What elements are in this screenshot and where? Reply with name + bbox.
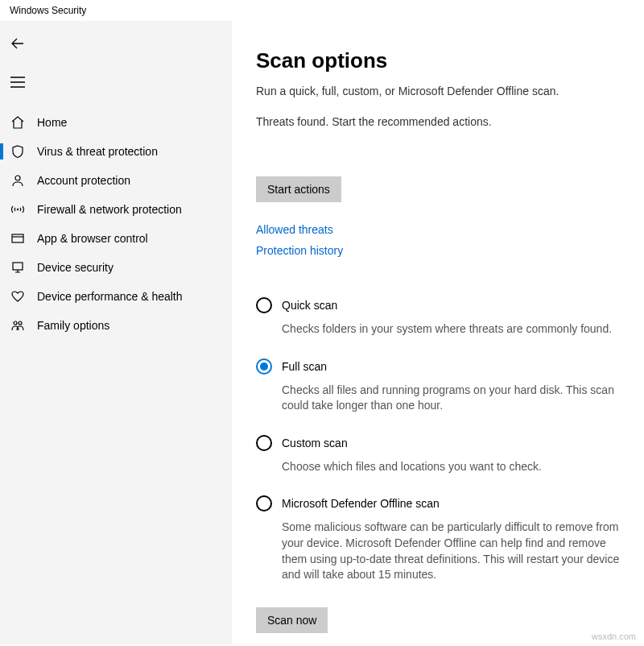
svg-point-1: [17, 209, 19, 210]
radio-label: Quick scan: [282, 299, 337, 312]
sidebar-item-label: Home: [37, 116, 67, 129]
radio-icon: [256, 495, 272, 511]
scan-options-group: Quick scan Checks folders in your system…: [256, 297, 628, 583]
home-icon: [10, 114, 26, 130]
sidebar-item-label: Device performance & health: [37, 290, 183, 303]
window-title: Windows Security: [10, 5, 86, 16]
radio-icon: [256, 435, 272, 451]
radio-description: Choose which files and locations you wan…: [282, 459, 628, 475]
page-subtitle: Run a quick, full, custom, or Microsoft …: [256, 85, 628, 97]
heart-icon: [10, 288, 26, 304]
radio-full-scan[interactable]: Full scan Checks all files and running p…: [256, 358, 628, 414]
sidebar-item-firewall[interactable]: Firewall & network protection: [0, 195, 232, 224]
radio-label: Full scan: [282, 360, 327, 373]
watermark: wsxdn.com: [592, 632, 636, 641]
radio-offline-scan[interactable]: Microsoft Defender Offline scan Some mal…: [256, 495, 628, 582]
start-actions-button[interactable]: Start actions: [256, 176, 341, 202]
hamburger-icon: [10, 77, 25, 88]
threat-status: Threats found. Start the recommended act…: [256, 115, 628, 128]
sidebar: Home Virus & threat protection Account p…: [0, 21, 232, 644]
radio-icon: [256, 358, 272, 375]
sidebar-item-label: Firewall & network protection: [37, 203, 182, 216]
sidebar-item-device-security[interactable]: Device security: [0, 253, 232, 282]
hamburger-button[interactable]: [0, 66, 35, 98]
radio-custom-scan[interactable]: Custom scan Choose which files and locat…: [256, 435, 628, 475]
sidebar-item-app-browser[interactable]: App & browser control: [0, 224, 232, 253]
svg-rect-2: [12, 234, 23, 242]
scan-now-button[interactable]: Scan now: [256, 607, 328, 633]
radio-description: Checks folders in your system where thre…: [282, 321, 628, 337]
window-titlebar: Windows Security: [0, 0, 644, 21]
sidebar-item-family[interactable]: Family options: [0, 311, 232, 340]
sidebar-item-home[interactable]: Home: [0, 108, 232, 137]
radio-icon: [256, 297, 272, 313]
protection-history-link[interactable]: Protection history: [256, 244, 628, 257]
radio-quick-scan[interactable]: Quick scan Checks folders in your system…: [256, 297, 628, 337]
radio-description: Some malicious software can be particula…: [282, 520, 628, 582]
svg-point-4: [14, 321, 17, 325]
svg-point-0: [15, 176, 20, 180]
radio-label: Microsoft Defender Offline scan: [282, 497, 440, 510]
sidebar-item-label: Virus & threat protection: [37, 145, 158, 158]
page-title: Scan options: [256, 48, 628, 73]
svg-rect-3: [13, 263, 23, 270]
device-shield-icon: [10, 259, 26, 275]
person-icon: [10, 172, 26, 188]
sidebar-item-label: Account protection: [37, 174, 130, 187]
browser-icon: [10, 230, 26, 246]
sidebar-item-account[interactable]: Account protection: [0, 166, 232, 195]
shield-icon: [10, 143, 26, 159]
radio-label: Custom scan: [282, 437, 348, 449]
svg-point-5: [19, 321, 22, 325]
back-button[interactable]: [0, 27, 35, 60]
back-arrow-icon: [10, 36, 25, 51]
signal-icon: [10, 201, 26, 217]
sidebar-item-label: Device security: [37, 261, 114, 274]
sidebar-item-performance[interactable]: Device performance & health: [0, 282, 232, 311]
family-icon: [10, 317, 26, 333]
main-content: Scan options Run a quick, full, custom, …: [232, 21, 644, 644]
sidebar-item-virus-threat[interactable]: Virus & threat protection: [0, 137, 232, 166]
sidebar-item-label: Family options: [37, 319, 109, 332]
sidebar-item-label: App & browser control: [37, 232, 148, 245]
radio-description: Checks all files and running programs on…: [282, 383, 628, 414]
allowed-threats-link[interactable]: Allowed threats: [256, 223, 628, 236]
